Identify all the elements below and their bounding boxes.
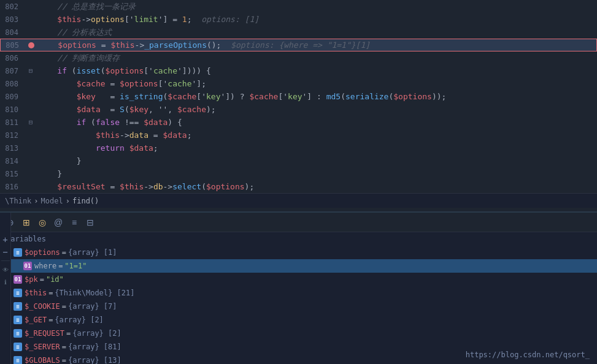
filter-button[interactable]: ⊟ — [83, 216, 97, 229]
variable-pk[interactable]: 01 $pk = "id" — [0, 273, 597, 286]
code-line-813: 813 return $data; — [0, 142, 597, 154]
type-icon-array: ≡ — [13, 316, 22, 324]
code-line-803: 803 $this->options['limit'] = 1; options… — [0, 13, 597, 26]
type-icon-array: ≡ — [13, 248, 22, 257]
code-line-804: 804 // 分析表达式 — [0, 26, 597, 39]
type-icon-value: 01 — [13, 275, 22, 284]
type-icon-array: ≡ — [13, 329, 22, 338]
code-line-809: 809 $key = is_string($cache['key']) ? $c… — [0, 90, 597, 103]
code-line-816: 816 $resultSet = $this->db->select($opti… — [0, 180, 597, 193]
at-sign-button[interactable]: @ — [52, 216, 65, 229]
type-icon-value: 01 — [23, 262, 32, 270]
csdn-link: https://blog.csdn.net/qsort_ — [466, 351, 590, 359]
type-icon-array: ≡ — [13, 302, 22, 311]
variable-request[interactable]: ▶ ≡ $_REQUEST = {array} [2] — [0, 327, 597, 340]
variables-list: ▼ ≡ $options = {array} [1] 01 where = "1… — [0, 246, 597, 364]
breakpoint-indicator — [28, 42, 34, 48]
variables-header: Variables — [0, 232, 597, 246]
debug-panel: ⊕ ⊞ ◎ @ ≡ ⊟ Variables ▼ ≡ $options = {ar… — [0, 211, 597, 364]
debug-toolbar: ⊕ ⊞ ◎ @ ≡ ⊟ — [0, 213, 597, 232]
variable-cookie[interactable]: ▶ ≡ $_COOKIE = {array} [7] — [0, 300, 597, 313]
code-editor: 802 // 总是查找一条记录 803 $this->options['limi… — [0, 0, 597, 211]
remove-watch-button[interactable]: − — [1, 247, 10, 257]
code-line-812: 812 $this->data = $data; — [0, 129, 597, 142]
expand-spacer — [13, 262, 22, 270]
add-watch-button[interactable]: + — [1, 235, 10, 245]
code-line-805: 805 $options = $this->_parseOptions(); $… — [0, 39, 597, 51]
code-line-807: 807 ⊟ if (isset($options['cache']))) { — [0, 64, 597, 77]
divider — [1, 260, 10, 261]
type-icon-array: ≡ — [13, 343, 22, 351]
variable-where[interactable]: 01 where = "1=1" — [0, 259, 597, 273]
variable-get[interactable]: ▶ ≡ $_GET = {array} [2] — [0, 313, 597, 327]
watch-button[interactable]: ◎ — [36, 216, 49, 229]
variable-options[interactable]: ▼ ≡ $options = {array} [1] — [0, 246, 597, 259]
code-line-806: 806 // 判断查询缓存 — [0, 51, 597, 64]
type-icon-array: ≡ — [13, 356, 22, 364]
code-line-808: 808 $cache = $options['cache']; — [0, 77, 597, 90]
list-view-button[interactable]: ≡ — [67, 216, 81, 229]
code-line-814: 814 } — [0, 154, 597, 167]
breadcrumb: \Think › Model › find() — [0, 193, 597, 208]
table-view-button[interactable]: ⊞ — [20, 216, 33, 229]
panel-icon-info[interactable]: ℹ — [1, 277, 10, 287]
code-line-815: 815 } — [0, 167, 597, 180]
type-icon-array: ≡ — [13, 289, 22, 297]
code-line-811: 811 ⊟ if (false !== $data) { — [0, 116, 597, 129]
code-line-810: 810 $data = S($key, '', $cache); — [0, 103, 597, 116]
code-lines: 802 // 总是查找一条记录 803 $this->options['limi… — [0, 0, 597, 193]
variable-this[interactable]: ▶ ≡ $this = {Think\Model} [21] — [0, 286, 597, 300]
panel-icon-eye[interactable]: 👁 — [1, 265, 10, 275]
code-line-802: 802 // 总是查找一条记录 — [0, 0, 597, 13]
